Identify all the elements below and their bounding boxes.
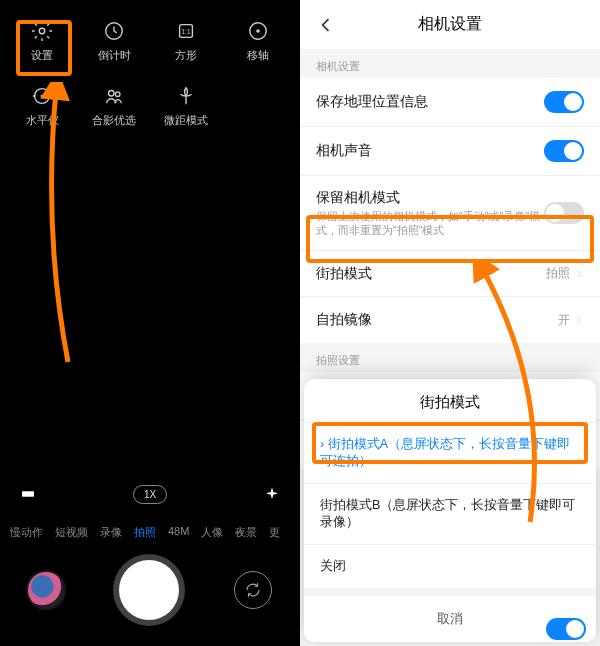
svg-point-8 <box>109 91 115 97</box>
row-label: 保存地理位置信息 <box>316 93 544 111</box>
row-label: 自拍镜像 <box>316 311 558 329</box>
svg-point-5 <box>256 29 260 33</box>
chevron-right-icon <box>574 269 584 279</box>
hdr-icon[interactable] <box>20 486 36 502</box>
sheet-option[interactable]: › 街拍模式A（息屏状态下，长按音量下键即可连拍） <box>304 422 596 483</box>
mode-selector[interactable]: 慢动作短视频录像拍照48M人像夜景更 <box>0 519 300 546</box>
tilt-option[interactable]: 移轴 <box>222 20 294 63</box>
corner-toggle[interactable] <box>546 618 586 640</box>
mode-人像[interactable]: 人像 <box>201 525 223 540</box>
gallery-thumb[interactable] <box>28 572 64 608</box>
toggle[interactable] <box>544 140 584 162</box>
filter-icon[interactable] <box>264 486 280 502</box>
sheet-option[interactable]: 关闭 <box>304 544 596 588</box>
viewfinder <box>0 148 300 469</box>
section-photo: 拍照设置 <box>300 343 600 372</box>
level-option[interactable]: 水平仪 <box>6 85 78 128</box>
section-camera: 相机设置 <box>300 49 600 78</box>
mode-更[interactable]: 更 <box>269 525 280 540</box>
timer-option[interactable]: 倒计时 <box>78 20 150 63</box>
svg-text:1:1: 1:1 <box>182 28 191 35</box>
svg-point-7 <box>41 95 44 98</box>
viewfinder-controls: 1X <box>0 469 300 519</box>
level-icon <box>31 85 53 107</box>
macro-option[interactable]: 微距模式 <box>150 85 222 128</box>
mode-录像[interactable]: 录像 <box>100 525 122 540</box>
timer-icon <box>103 20 125 42</box>
group-option[interactable]: 合影优选 <box>78 85 150 128</box>
row-value: 开 <box>558 312 570 329</box>
zoom-pill[interactable]: 1X <box>133 485 167 504</box>
square-label: 方形 <box>175 48 197 63</box>
svg-point-0 <box>39 28 45 34</box>
mode-慢动作[interactable]: 慢动作 <box>10 525 43 540</box>
sheet-option[interactable]: 街拍模式B（息屏状态下，长按音量下键即可录像） <box>304 483 596 544</box>
mode-48M[interactable]: 48M <box>168 525 189 540</box>
mid-options: 水平仪 合影优选 微距模式 <box>0 73 300 148</box>
row-label: 相机声音 <box>316 142 544 160</box>
chevron-right-icon <box>574 315 584 325</box>
macro-icon <box>175 85 197 107</box>
settings-header: 相机设置 <box>300 0 600 49</box>
gear-icon <box>31 20 53 42</box>
row-label: 保留相机模式 <box>316 189 544 207</box>
mode-拍照[interactable]: 拍照 <box>134 525 156 540</box>
action-sheet-wrap: 街拍模式 › 街拍模式A（息屏状态下，长按音量下键即可连拍）街拍模式B（息屏状态… <box>300 416 600 646</box>
timer-label: 倒计时 <box>98 48 131 63</box>
shutter-row <box>0 546 300 646</box>
toggle[interactable] <box>544 91 584 113</box>
camera-settings: 相机设置 相机设置 保存地理位置信息相机声音保留相机模式保留上次使用的相机模式，… <box>300 0 600 646</box>
square-icon: 1:1 <box>175 20 197 42</box>
group-label: 合影优选 <box>92 113 136 128</box>
flip-icon <box>244 581 262 599</box>
group-icon <box>103 85 125 107</box>
toggle[interactable] <box>544 202 584 224</box>
row-保存地理位置信息[interactable]: 保存地理位置信息 <box>300 78 600 127</box>
shutter-button[interactable] <box>119 560 179 620</box>
tilt-label: 移轴 <box>247 48 269 63</box>
mode-夜景[interactable]: 夜景 <box>235 525 257 540</box>
macro-label: 微距模式 <box>164 113 208 128</box>
flip-camera[interactable] <box>234 571 272 609</box>
row-label: 街拍模式 <box>316 265 546 283</box>
row-sub: 保留上次使用的相机模式，如"手动"或"录像"模式，而非重置为"拍照"模式 <box>316 210 544 237</box>
tilt-icon <box>247 20 269 42</box>
row-保留相机模式[interactable]: 保留相机模式保留上次使用的相机模式，如"手动"或"录像"模式，而非重置为"拍照"… <box>300 176 600 251</box>
row-value: 拍照 <box>546 265 570 282</box>
top-options: 设置 倒计时 1:1 方形 移轴 <box>0 0 300 73</box>
square-option[interactable]: 1:1 方形 <box>150 20 222 63</box>
camera-app: 设置 倒计时 1:1 方形 移轴 水平仪 合影优选 微距模式 <box>0 0 300 646</box>
svg-rect-10 <box>22 491 34 496</box>
row-街拍模式[interactable]: 街拍模式拍照 <box>300 251 600 297</box>
settings-title: 相机设置 <box>316 14 584 35</box>
street-mode-sheet: 街拍模式 › 街拍模式A（息屏状态下，长按音量下键即可连拍）街拍模式B（息屏状态… <box>304 379 596 642</box>
row-相机声音[interactable]: 相机声音 <box>300 127 600 176</box>
sheet-title: 街拍模式 <box>304 379 596 422</box>
settings-option[interactable]: 设置 <box>6 20 78 63</box>
row-自拍镜像[interactable]: 自拍镜像开 <box>300 297 600 343</box>
settings-label: 设置 <box>31 48 53 63</box>
svg-point-9 <box>115 92 120 97</box>
level-label: 水平仪 <box>26 113 59 128</box>
mode-短视频[interactable]: 短视频 <box>55 525 88 540</box>
